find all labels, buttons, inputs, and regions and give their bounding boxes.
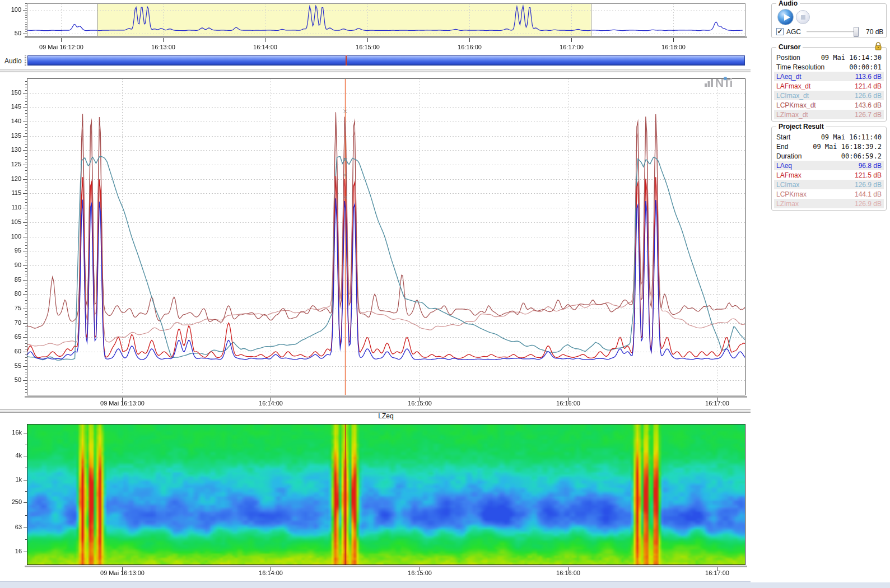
play-icon (784, 14, 790, 21)
audio-track-row: Audio (0, 54, 751, 69)
audio-track-ruler (25, 55, 26, 66)
gain-value: 70 dB (866, 28, 885, 36)
stop-icon (801, 15, 805, 20)
project-row-start: Start09 Mai 16:11:40 (774, 132, 884, 142)
project-panel-title: Project Result (776, 123, 826, 130)
cursor-row-position: Position09 Mai 16:14:30 (774, 53, 884, 62)
level-bars-icon (705, 78, 714, 87)
cursor-row-lcimax: LCImax_dt126.6 dB (774, 91, 884, 100)
level-time-chart[interactable] (0, 72, 751, 409)
project-row-duration: Duration00:06:59.2 (774, 151, 884, 161)
cursor-row-lafmax: LAFmax_dt121.4 dB (774, 81, 884, 91)
project-row-lzimax: LZImax126.9 dB (774, 199, 884, 208)
gain-slider-handle[interactable] (854, 27, 859, 37)
lock-icon[interactable] (874, 42, 883, 50)
project-row-laeq: LAeq96.8 dB (774, 161, 884, 170)
cursor-panel: Cursor Position09 Mai 16:14:30 Time Reso… (771, 47, 887, 122)
play-button[interactable] (777, 9, 794, 25)
spectrogram-title: LZeq (27, 412, 745, 420)
agc-checkbox[interactable]: ✓ (776, 28, 784, 35)
audio-cursor-line[interactable] (346, 55, 347, 66)
cursor-rows: Position09 Mai 16:14:30 Time Resolution0… (774, 53, 884, 119)
project-row-lafmax: LAFmax121.5 dB (774, 170, 884, 180)
cursor-row-laeq: LAeq_dt113.6 dB (774, 72, 884, 81)
cursor-row-lcpkmax: LCPKmax_dt143.6 dB (774, 100, 884, 110)
analyzer-window: Audio NTi LZeq Cursor RTA Audio ✓ AGC 70… (0, 0, 890, 588)
gain-slider-track[interactable] (807, 31, 858, 32)
project-rows: Start09 Mai 16:11:40 End09 Mai 16:18:39.… (774, 132, 884, 208)
agc-label: AGC (786, 28, 801, 36)
side-panel: Audio ✓ AGC 70 dB Cursor Position09 Mai … (751, 0, 890, 582)
audio-panel-title: Audio (776, 0, 800, 7)
audio-waveform-bar[interactable] (27, 55, 745, 66)
audio-panel: Audio ✓ AGC 70 dB (771, 3, 887, 38)
cursor-panel-title: Cursor (776, 43, 803, 51)
project-row-end: End09 Mai 16:18:39.2 (774, 142, 884, 151)
stop-button[interactable] (796, 10, 810, 24)
nti-logo-dot (724, 77, 727, 80)
project-row-lcpkmax: LCPKmax144.1 dB (774, 189, 884, 199)
cursor-row-resolution: Time Resolution00:00:01 (774, 62, 884, 72)
audio-track-label: Audio (4, 57, 22, 65)
project-row-lcimax: LCImax126.9 dB (774, 180, 884, 189)
project-result-panel: Project Result Start09 Mai 16:11:40 End0… (771, 127, 887, 211)
cursor-row-lzimax: LZImax_dt126.7 dB (774, 110, 884, 119)
overview-level-chart[interactable] (0, 0, 751, 54)
spectrogram-chart[interactable] (0, 421, 751, 581)
nti-logo: NTi (705, 77, 732, 88)
